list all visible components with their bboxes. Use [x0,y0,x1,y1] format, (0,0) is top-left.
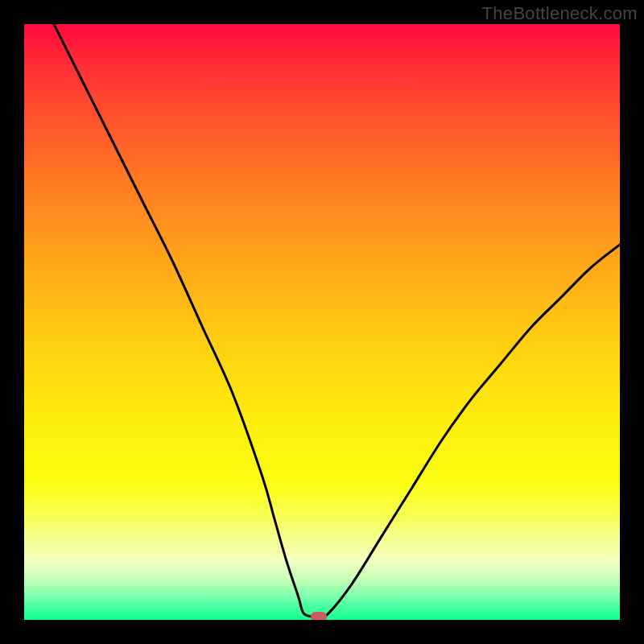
bottleneck-curve [24,24,620,620]
plot-area [24,24,620,620]
optimum-marker [311,612,327,620]
chart-frame: TheBottleneck.com [0,0,644,644]
watermark-text: TheBottleneck.com [482,3,638,24]
